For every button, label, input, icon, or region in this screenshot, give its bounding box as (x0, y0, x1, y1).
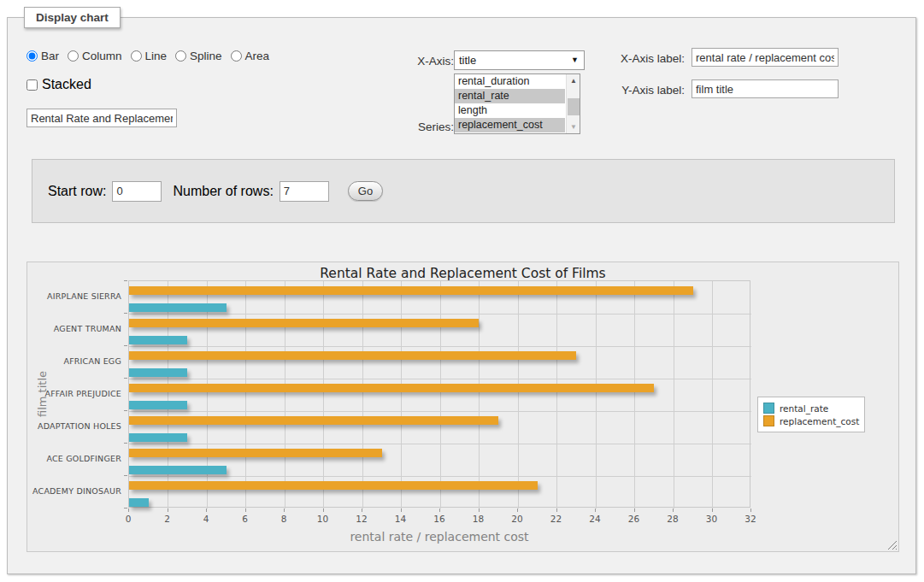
chart-type-bar[interactable]: Bar (26, 50, 59, 62)
y-tick-mark (124, 443, 127, 444)
bar-rental_rate (129, 433, 187, 442)
gridline-v (712, 281, 713, 509)
x-tick-label: 20 (511, 514, 522, 524)
series-option-replacement_cost[interactable]: replacement_cost (455, 118, 565, 132)
gridline-v (285, 281, 285, 509)
chart-type-column[interactable]: Column (68, 50, 122, 62)
gridline-v (634, 281, 635, 509)
series-option-rental_rate[interactable]: rental_rate (455, 89, 565, 103)
stacked-option[interactable]: Stacked (26, 77, 91, 92)
x-tick-mark (245, 509, 246, 512)
x-tick-label: 6 (242, 514, 248, 524)
series-option-length[interactable]: length (455, 103, 565, 118)
start-row-input[interactable] (112, 181, 162, 202)
scroll-up-icon[interactable]: ▲ (567, 74, 580, 87)
chart-type-area[interactable]: Area (231, 50, 270, 62)
bar-replacement_cost (129, 319, 479, 327)
x-tick-mark (479, 509, 480, 512)
x-tick-label: 26 (628, 514, 639, 524)
x-tick-mark (206, 509, 207, 512)
gridline-v (479, 281, 480, 509)
x-tick-mark (439, 509, 440, 512)
chart-title-input[interactable] (26, 109, 177, 127)
bar-rental_rate (129, 498, 149, 507)
rows-panel: Start row: Number of rows: Go (32, 159, 895, 223)
gridline-v (518, 281, 519, 509)
series-scrollbar[interactable]: ▲ ▼ (566, 74, 580, 133)
chart-type-radio-line[interactable] (131, 50, 142, 62)
x-tick-mark (634, 509, 635, 512)
y-axis-title: film title (36, 280, 49, 508)
gridline-v (440, 281, 441, 509)
chart-type-spline[interactable]: Spline (175, 50, 222, 62)
legend-swatch-icon (763, 415, 774, 426)
gridline-v (168, 281, 168, 509)
series-option-rental_duration[interactable]: rental_duration (455, 74, 565, 89)
legend-item-rental_rate: rental_rate (763, 403, 859, 414)
gridline-h (129, 346, 751, 347)
x-axis-title: rental rate / replacement cost (128, 530, 750, 544)
bar-rental_rate (129, 336, 187, 344)
x-tick-mark (750, 509, 751, 512)
x-tick-mark (284, 509, 285, 512)
y-tick-mark (124, 280, 127, 281)
chart: Rental Rate and Replacement Cost of Film… (26, 262, 899, 552)
display-chart-fieldset: BarColumnLineSplineArea Stacked X-Axis: … (7, 17, 916, 574)
scrollbar-thumb[interactable] (568, 98, 580, 115)
resize-handle-icon[interactable] (887, 540, 897, 550)
bar-replacement_cost (129, 384, 654, 392)
chart-type-radio-spline[interactable] (175, 50, 186, 62)
x-tick-mark (168, 509, 168, 512)
bar-rental_rate (129, 368, 187, 377)
x-tick-mark (556, 509, 557, 512)
x-tick-label: 8 (281, 514, 287, 524)
y-axis-label-caption: Y-Axis label: (599, 84, 685, 97)
chart-type-label-column: Column (82, 50, 122, 62)
series-caption: Series: (368, 121, 454, 133)
chart-title: Rental Rate and Replacement Cost of Film… (27, 266, 898, 281)
x-tick-mark (401, 509, 402, 512)
x-tick-mark (595, 509, 596, 512)
bar-rental_rate (129, 303, 227, 312)
gridline-h (129, 444, 751, 444)
chart-type-radio-bar[interactable] (26, 50, 38, 62)
bar-rental_rate (129, 466, 227, 474)
x-tick-mark (712, 509, 713, 512)
chart-type-label-spline: Spline (190, 50, 222, 62)
fieldset-legend: Display chart (24, 7, 121, 28)
bar-replacement_cost (129, 351, 576, 360)
chart-type-radio-area[interactable] (231, 50, 242, 62)
x-axis-label-caption: X-Axis label: (599, 52, 685, 65)
num-rows-input[interactable] (280, 181, 329, 202)
bar-replacement_cost (129, 481, 538, 490)
bar-replacement_cost (129, 416, 498, 425)
x-tick-label: 4 (203, 514, 209, 524)
chart-type-line[interactable]: Line (131, 50, 168, 62)
x-axis-select[interactable]: title ▼ (454, 50, 585, 70)
y-axis-label-input[interactable] (692, 79, 839, 98)
x-tick-mark (128, 509, 129, 512)
gridline-v (674, 281, 674, 509)
x-tick-label: 30 (706, 514, 717, 524)
page: Display chart BarColumnLineSplineArea St… (0, 0, 924, 582)
stacked-checkbox[interactable] (26, 79, 38, 91)
go-button[interactable]: Go (348, 181, 383, 201)
y-tick-mark (124, 313, 127, 314)
start-row-label: Start row: (48, 184, 106, 199)
y-tick-mark (124, 345, 127, 346)
legend-label: replacement_cost (780, 416, 859, 426)
gridline-h (129, 411, 751, 412)
chart-legend: rental_ratereplacement_cost (757, 397, 865, 432)
x-tick-label: 14 (395, 514, 406, 524)
bar-rental_rate (129, 401, 187, 409)
x-tick-mark (362, 509, 362, 512)
series-listbox[interactable]: rental_durationrental_ratelengthreplacem… (454, 73, 580, 134)
x-axis-label-input[interactable] (692, 48, 839, 67)
scroll-down-icon[interactable]: ▼ (567, 121, 580, 133)
y-tick-mark (124, 508, 127, 509)
chart-type-radio-column[interactable] (68, 50, 79, 62)
num-rows-label: Number of rows: (173, 184, 273, 199)
gridline-v (596, 281, 597, 509)
x-tick-label: 16 (433, 514, 444, 524)
x-tick-mark (517, 509, 518, 512)
